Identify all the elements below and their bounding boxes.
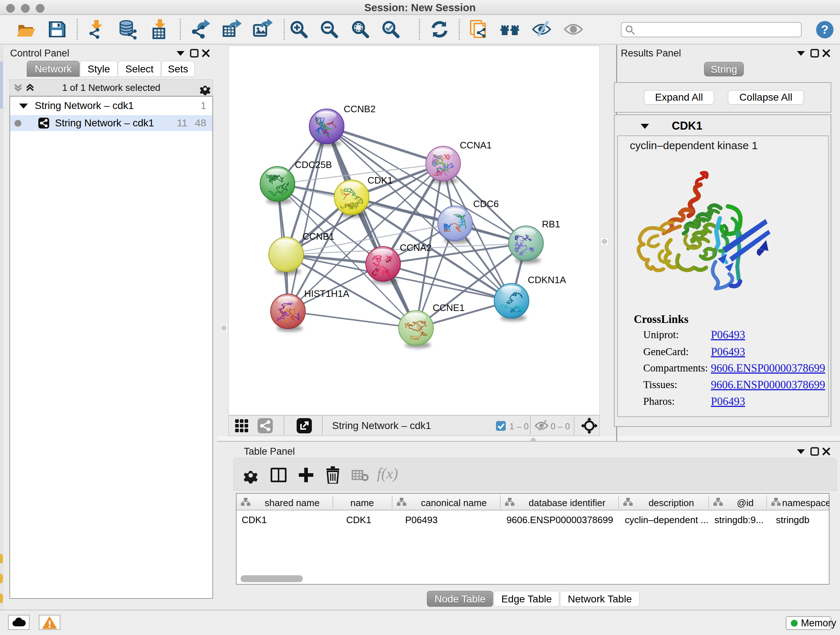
svg-text:CCNA1: CCNA1 bbox=[460, 140, 492, 150]
svg-text:CCNB2: CCNB2 bbox=[344, 103, 376, 114]
svg-text:CCNA2: CCNA2 bbox=[400, 242, 431, 253]
svg-text:CDKN1A: CDKN1A bbox=[528, 274, 566, 285]
svg-text:CDC6: CDC6 bbox=[473, 198, 499, 209]
svg-text:HIST1H1A: HIST1H1A bbox=[304, 288, 349, 299]
svg-text:CCNB1: CCNB1 bbox=[302, 231, 334, 242]
svg-text:RB1: RB1 bbox=[542, 219, 561, 230]
svg-text:CDC25B: CDC25B bbox=[295, 159, 332, 170]
svg-text:CDK1: CDK1 bbox=[368, 175, 393, 186]
svg-text:CCNE1: CCNE1 bbox=[433, 302, 464, 313]
